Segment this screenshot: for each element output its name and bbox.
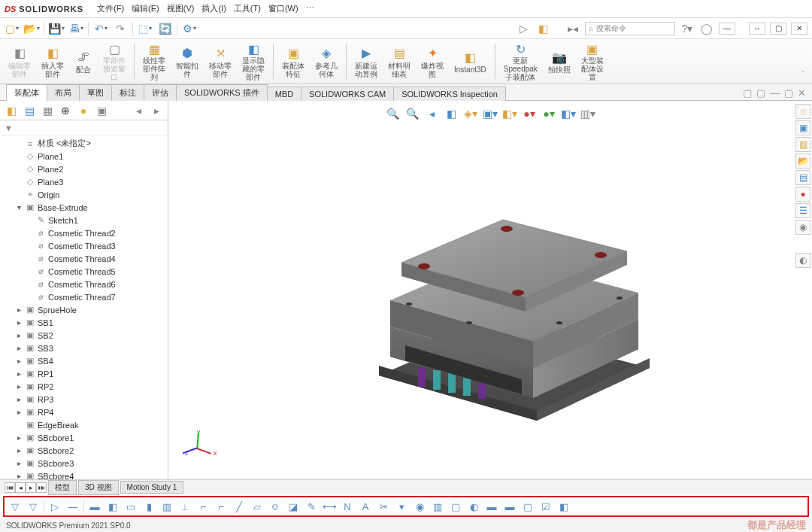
taskpane-properties-icon[interactable]: ☰ [795, 203, 810, 218]
twisty-icon[interactable]: ▸ [15, 472, 23, 479]
btb-filter2-icon[interactable]: ▽ [26, 499, 41, 514]
tree-node[interactable]: ▸▣SBcbore4 [5, 470, 168, 479]
ribbon-new-motion[interactable]: ▶新建运 动算例 [351, 41, 381, 82]
twisty-icon[interactable]: ▸ [15, 369, 23, 378]
pointer-icon[interactable]: ▷ [516, 21, 531, 36]
btb-break-icon[interactable]: ▬ [502, 499, 517, 514]
btb-ref2-icon[interactable]: ⌐ [214, 499, 229, 514]
select-icon[interactable]: ⬚ [138, 21, 153, 36]
graphics-view[interactable]: 🔍 🔍 ◂ ◧ ◈▾ ▣▾ ◧▾ ●▾ ●▾ ◧▾ ▥▾ [168, 101, 812, 479]
tree-node[interactable]: ▸▣RP2 [5, 380, 168, 393]
tab-assembly[interactable]: 装配体 [6, 84, 47, 101]
btb-pair-icon[interactable]: ◪ [286, 499, 301, 514]
twisty-icon[interactable]: ▸ [15, 433, 23, 442]
tree-nav-prev-icon[interactable]: ◂ [130, 103, 147, 118]
ribbon-collapse-icon[interactable]: ˆ [798, 67, 807, 82]
doc-link2-icon[interactable]: ▢ [756, 87, 765, 99]
previous-view-icon[interactable]: ◂ [423, 105, 440, 122]
tree-node[interactable]: ▸▣RP4 [5, 406, 168, 418]
tab-layout[interactable]: 布局 [47, 84, 80, 101]
twisty-icon[interactable]: ▸ [15, 306, 23, 314]
btb-cut-icon[interactable]: ✂ [376, 499, 391, 514]
tree-node[interactable]: ▸▣SBcbore1 [5, 431, 168, 444]
tree-node[interactable]: ⌀Cosmetic Thread3 [5, 239, 168, 252]
btb-view-icon[interactable]: ▢ [520, 499, 535, 514]
menu-window[interactable]: 窗口(W) [268, 3, 298, 14]
ribbon-speedpak[interactable]: ↻更新 Speedpak 子装配体 [500, 41, 541, 82]
tree-node[interactable]: ⌀Cosmetic Thread4 [5, 252, 168, 265]
btb-pattern-icon[interactable]: ▥ [159, 499, 174, 514]
help-icon[interactable]: ?▾ [680, 21, 695, 36]
taskpane-home-icon[interactable]: ⌂ [795, 104, 810, 119]
viewport-icon[interactable]: ▥▾ [580, 105, 596, 122]
ribbon-preview-window[interactable]: ▢零部件 预览窗 口 [99, 41, 129, 82]
print-icon[interactable]: 🖶 [68, 21, 83, 36]
ribbon-bom[interactable]: ▤材料明 细表 [384, 41, 414, 82]
zoom-area-icon[interactable]: 🔍 [404, 105, 420, 122]
tree-nav-next-icon[interactable]: ▸ [148, 103, 165, 118]
tree-node[interactable]: ▸▣SB3 [5, 342, 168, 354]
taskpane-explorer-icon[interactable]: 📂 [795, 154, 810, 169]
section-view-icon[interactable]: ◧ [443, 105, 459, 122]
orientation-icon[interactable]: ◈▾ [462, 105, 479, 122]
undo-icon[interactable]: ↶ [93, 21, 108, 36]
close-icon[interactable]: ✕ [791, 23, 807, 35]
cube-icon[interactable]: ◧ [535, 21, 550, 36]
ribbon-insert-component[interactable]: ◧插入零 部件 [38, 41, 68, 82]
tree-node[interactable]: ▸▣SBcbore2 [5, 444, 168, 457]
apply-scene-icon[interactable]: ●▾ [541, 105, 557, 122]
tab-mbd[interactable]: MBD [267, 87, 301, 101]
bottom-tab-3dview[interactable]: 3D 视图 [78, 480, 119, 495]
search-option-icon[interactable]: ▸◂ [565, 21, 580, 36]
min-icon[interactable]: — [719, 23, 735, 35]
tree-node[interactable]: ▸▣RP3 [5, 393, 168, 406]
tab-addins[interactable]: SOLIDWORKS 插件 [176, 84, 268, 101]
user-icon[interactable]: ◯ [699, 21, 714, 36]
menu-tools[interactable]: 工具(T) [234, 3, 261, 14]
btb-annot-icon[interactable]: A [358, 499, 373, 514]
search-input[interactable]: ⌕ 搜索命令 [585, 22, 675, 35]
menu-file[interactable]: 文件(F) [97, 3, 124, 14]
display-style-icon[interactable]: ▣▾ [482, 105, 498, 122]
edit-appearance-icon[interactable]: ●▾ [521, 105, 538, 122]
tree-tab-appearance-icon[interactable]: ● [75, 103, 92, 118]
bottom-tab-motion[interactable]: Motion Study 1 [120, 481, 184, 494]
btb-end-icon[interactable]: ◧ [556, 499, 571, 514]
btb-draw-icon[interactable]: ▢ [448, 499, 463, 514]
restore-icon[interactable]: ↔ [749, 23, 765, 35]
tab-annotate[interactable]: 标注 [111, 84, 144, 101]
tree-tab-feature-icon[interactable]: ◧ [3, 103, 20, 118]
btb-filter1-icon[interactable]: ▽ [8, 499, 23, 514]
tree-node[interactable]: ⌀Cosmetic Thread2 [5, 226, 168, 239]
ribbon-snapshot[interactable]: 📷拍快照 [544, 41, 574, 82]
tree-tab-display-icon[interactable]: ▣ [93, 103, 110, 118]
twisty-icon[interactable]: ▸ [15, 395, 23, 403]
btb-ref1-icon[interactable]: ⌐ [195, 499, 211, 514]
tree-tab-dim-icon[interactable]: ⊕ [57, 103, 74, 118]
tree-node[interactable]: ⌖Origin [5, 188, 168, 201]
rebuild-icon[interactable]: 🔄 [157, 21, 172, 36]
btb-offset-icon[interactable]: ⎊ [268, 499, 283, 514]
tree-node[interactable]: ▸▣SB1 [5, 316, 168, 329]
ribbon-assembly-feature[interactable]: ▣装配体 特征 [278, 41, 308, 82]
tree-node[interactable]: ▸▣RP1 [5, 367, 168, 380]
tree-node[interactable]: ✎Sketch1 [5, 214, 168, 226]
ribbon-move-component[interactable]: ⤧移动零 部件 [205, 41, 235, 82]
btb-sensor-icon[interactable]: ◉ [412, 499, 427, 514]
tab-cam[interactable]: SOLIDWORKS CAM [301, 87, 394, 101]
tab-evaluate[interactable]: 评估 [144, 84, 177, 101]
twisty-icon[interactable]: ▸ [15, 446, 23, 454]
tree-filter[interactable]: ▼ [0, 120, 168, 135]
hide-show-icon[interactable]: ◧▾ [501, 105, 518, 122]
taskpane-extra-icon[interactable]: ◐ [795, 253, 810, 268]
max-icon[interactable]: ▢ [770, 23, 786, 35]
taskpane-library-icon[interactable]: ▥ [795, 137, 810, 152]
twisty-icon[interactable]: ▸ [15, 382, 23, 391]
ribbon-ref-geometry[interactable]: ◈参考几 何体 [311, 41, 341, 82]
bottom-tab-model[interactable]: 模型 [48, 480, 77, 495]
tree-node[interactable]: ▸▣SprueHole [5, 303, 168, 316]
tab-sketch[interactable]: 草图 [79, 84, 112, 101]
twisty-icon[interactable]: ▸ [15, 318, 23, 327]
open-doc-icon[interactable]: 📂 [24, 21, 39, 36]
doc-min-icon[interactable]: — [770, 87, 780, 99]
